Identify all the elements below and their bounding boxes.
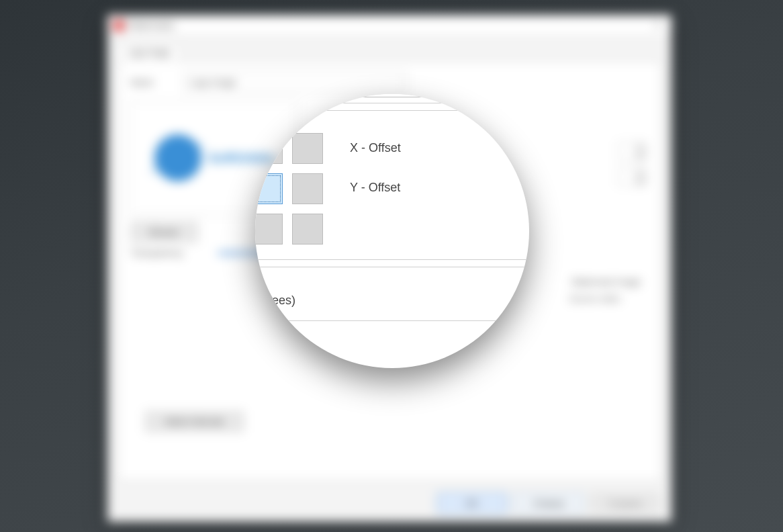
rotate-fieldset: Rotate Angle (Degrees) xyxy=(255,260,529,321)
name-label: Name xyxy=(130,77,184,87)
app-icon xyxy=(113,20,124,31)
position-bottom-right[interactable] xyxy=(292,214,323,245)
dialog-buttons: OK Отмена Справка xyxy=(437,493,660,513)
position-middle-right[interactable] xyxy=(292,173,323,204)
position-top-right[interactable] xyxy=(292,133,323,164)
watermark-image-label: Watermark Image xyxy=(571,277,641,287)
titlebar: Watermarks × xyxy=(108,15,671,36)
x-offset-spinner[interactable] xyxy=(618,142,646,160)
y-offset-spinner[interactable] xyxy=(618,168,646,185)
source-video-label: Source video xyxy=(569,294,620,304)
ok-button[interactable]: OK xyxy=(437,493,507,513)
magnifier-lens: Position X - Offset Y - Offset Rotate An… xyxy=(255,94,529,368)
position-bottom-center[interactable] xyxy=(255,214,283,245)
help-button[interactable]: Справка xyxy=(590,493,660,513)
transparency-label: Transparency xyxy=(130,248,204,258)
window-title: Watermarks xyxy=(128,20,175,30)
cancel-button[interactable]: Отмена xyxy=(514,493,584,513)
x-offset-label: X - Offset xyxy=(350,141,401,155)
close-icon[interactable]: × xyxy=(651,19,665,32)
browse-button[interactable]: Browse xyxy=(130,222,198,242)
name-field[interactable] xyxy=(184,73,406,91)
select-intervals-button[interactable]: Select Intervals xyxy=(145,411,244,432)
logo-text: SoftOrbits xyxy=(208,150,274,166)
planet-icon xyxy=(154,134,201,181)
y-offset-label: Y - Offset xyxy=(350,181,401,195)
tab-logo-image[interactable]: Logo Image xyxy=(118,44,180,60)
